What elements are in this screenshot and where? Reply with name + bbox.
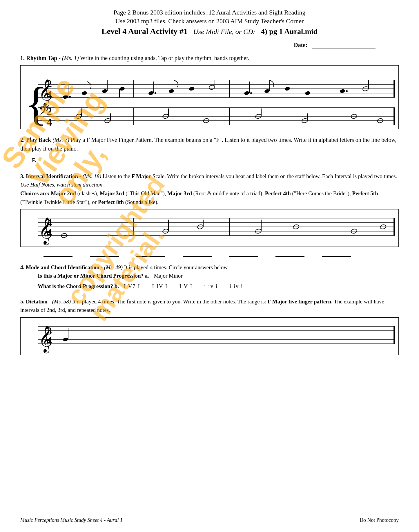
s2-title: Play Back — [26, 137, 51, 143]
section-3: 3. Interval Identification - (Ms. 18) Li… — [20, 172, 399, 257]
note-t3-3 — [284, 86, 290, 91]
ianswer-4[interactable] — [183, 251, 212, 257]
section-1-title: 1. Rhythm Tap - (Ms. 1) Write in the cou… — [20, 54, 399, 62]
s3-number: 3. — [20, 173, 24, 179]
dot-t4-1 — [346, 90, 348, 92]
section-4-title: 4. Mode and Chord Identification - (Ms. … — [20, 263, 399, 272]
note-t1-4 — [119, 86, 125, 91]
dictation-staff: 𝄞 3 4 — [20, 317, 399, 355]
s3-italic-note: Use Half Notes, watch stem direction. — [20, 182, 104, 188]
note-t1-3 — [102, 89, 108, 93]
header-line3: Level 4 Aural Activity #1 Use Midi File,… — [20, 27, 399, 36]
s3-ms: (Ms. 18) — [83, 173, 101, 179]
ianswer-3[interactable] — [136, 251, 165, 257]
dot-t1-1 — [69, 96, 71, 98]
section-3-p1: 3. Interval Identification - (Ms. 18) Li… — [20, 172, 399, 189]
dnote-start — [63, 337, 68, 342]
ianswer-1[interactable] — [43, 251, 72, 257]
dot-t3-1 — [250, 92, 252, 94]
footer: Music Perceptions Music Study Sheet 4 - … — [20, 517, 399, 523]
ianswer-7[interactable] — [322, 251, 351, 257]
mode-row-b: What is the Chord Progression? b. I V7 I… — [38, 282, 399, 291]
note-t1-1 — [63, 95, 68, 99]
date-label: Date: — [294, 42, 307, 48]
s4-qa: a. — [145, 273, 149, 279]
dot-t2-1 — [155, 92, 156, 94]
note-t3-2 — [264, 89, 270, 93]
s5-ms: (Ms. 58) — [52, 298, 71, 305]
bass-staff-lines — [38, 108, 395, 125]
ts2-bottom: 4 — [47, 227, 52, 238]
s5-range: F Major five finger pattern. — [268, 298, 333, 305]
level-title: Level 4 Aural Activity #1 — [101, 27, 188, 36]
page: Sample Viewing only, copyrighted materia… — [0, 0, 419, 532]
note-t2-1 — [148, 91, 154, 95]
s4-title: Mode and Chord Identification - — [26, 264, 103, 270]
rhythm-staff-svg: { 2 4 2 4 𝄞 𝄢 — [21, 66, 398, 129]
header-line2: Use 2003 mp3 files. Check answers on 200… — [20, 17, 399, 25]
s4-desc: It is played 4 times. Circle your answer… — [124, 264, 229, 270]
rhythm-tap-staff: { 2 4 2 4 𝄞 𝄢 — [20, 65, 399, 129]
section-4: 4. Mode and Chord Identification - (Ms. … — [20, 263, 399, 291]
flag-t2-2 — [174, 80, 178, 87]
use-midi-label: Use Midi File, or CD: — [193, 28, 255, 35]
ianswer-2[interactable] — [90, 251, 119, 257]
footer-right: Do Not Photocopy — [360, 517, 399, 523]
dictation-staff-svg: 𝄞 3 4 — [21, 318, 398, 355]
flag-t1-2 — [87, 82, 91, 89]
s5-desc: It is played 4 times. The first note is … — [72, 298, 268, 305]
s3-desc1: Listen to the — [103, 173, 132, 179]
s1-number: 1. — [20, 55, 25, 61]
ts3-bottom: 4 — [47, 335, 52, 347]
date-field[interactable] — [312, 48, 376, 48]
treble-staff-lines — [38, 80, 395, 97]
note-t2-2 — [168, 89, 174, 93]
s4-qb: b. — [115, 283, 119, 289]
s4-qa-options: Major Minor — [154, 273, 183, 279]
header-line1: Page 2 Bonus 2003 edition includes: 12 A… — [20, 9, 399, 16]
s4-ms: (Ms. 49) — [104, 264, 123, 270]
bass-clef: 𝄢 — [39, 104, 48, 120]
interval-answer-lines — [43, 251, 399, 257]
mode-row-a: Is this a Major or Minor Chord Progressi… — [38, 272, 399, 280]
s2-ms: (Ms. 7) — [52, 137, 69, 143]
date-line: Date: — [20, 42, 399, 48]
section-1: 1. Rhythm Tap - (Ms. 1) Write in the cou… — [20, 54, 399, 129]
s1-title: Rhythm Tap - — [26, 55, 61, 61]
s3-title: Interval Identification - — [26, 173, 81, 179]
s3-fmajor: F Major — [132, 173, 151, 179]
s2-number: 2. — [20, 137, 25, 143]
section-2-title: 2. Play Back (Ms. 7) Play a F Major Five… — [20, 135, 399, 153]
interval-staff-svg: 𝄞 4 4 — [21, 209, 398, 247]
s5-number: 5. — [20, 298, 24, 305]
ianswer-6[interactable] — [275, 251, 304, 257]
section-5: 5. Dictation - (Ms. 58) It is played 4 t… — [20, 297, 399, 355]
s4-qb-options: I V7 I I IV I I V I i iv i i iv i — [124, 283, 243, 289]
s3-desc2: Scale. Write the broken intervals you he… — [153, 173, 397, 179]
note-t4-1 — [340, 89, 345, 93]
footer-left: Music Perceptions Music Study Sheet 4 - … — [20, 517, 123, 523]
choices-line: Choices are: Major 2nd (clashes), Major … — [20, 189, 399, 207]
s4-qb-label: What is the Chord Progression? — [38, 283, 113, 289]
interval-staff: 𝄞 4 4 — [20, 209, 399, 247]
s4-number: 4. — [20, 264, 24, 270]
cd-label: 4) pg 1 Aural.mid — [261, 27, 318, 36]
note-t1-2 — [81, 91, 87, 95]
note-t3-1 — [244, 91, 250, 95]
s2-desc: Play a F Major Five Finger Pattern. The … — [20, 137, 397, 152]
treble-clef: 𝄞 — [39, 79, 52, 107]
s2-answer-label: F. — [32, 157, 36, 164]
ianswer-5[interactable] — [229, 251, 258, 257]
s1-ms: (Ms. 1) — [62, 55, 79, 61]
s2-answer-field[interactable] — [50, 158, 224, 163]
note-t2-4 — [209, 85, 215, 90]
section-2: 2. Play Back (Ms. 7) Play a F Major Five… — [20, 135, 399, 166]
s5-title: Dictation - — [26, 298, 51, 305]
section-5-title: 5. Dictation - (Ms. 58) It is played 4 t… — [20, 297, 399, 314]
s1-desc: Write in the counting using ands. Tap or… — [80, 55, 249, 61]
flag-t3-2 — [270, 80, 274, 87]
s4-qa-label: Is this a Major or Minor Chord Progressi… — [38, 273, 144, 279]
note-t3-4 — [305, 91, 311, 95]
note-t2-3 — [189, 86, 195, 91]
